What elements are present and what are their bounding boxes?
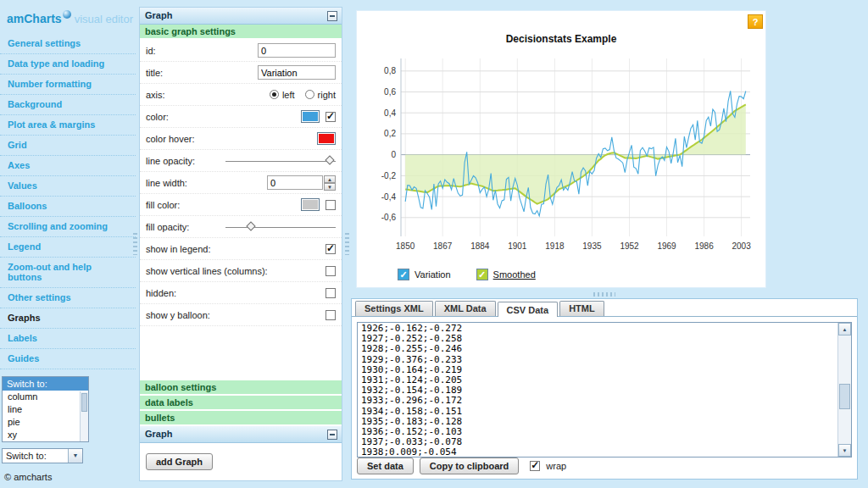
switch-to-selected-item[interactable]: Switch to: (3, 377, 88, 391)
sidebar-item-other-settings[interactable]: Other settings (0, 288, 136, 308)
slider-handle[interactable] (325, 155, 334, 164)
sidebar-item-labels[interactable]: Labels (0, 329, 136, 349)
field-row-id: id: (140, 40, 342, 62)
field-row-show-y-balloon: show y balloon: (140, 304, 342, 326)
field-row-fill-color: fill color: (140, 194, 342, 216)
svg-text:1952: 1952 (620, 241, 639, 251)
sidebar-item-zoom-out-and-help-buttons[interactable]: Zoom-out and help buttons (0, 258, 136, 288)
svg-text:1935: 1935 (582, 241, 602, 251)
line-opacity-label: line opacity: (146, 156, 195, 166)
id-input[interactable] (258, 43, 336, 58)
sidebar-item-number-formatting[interactable]: Number formatting (0, 75, 136, 95)
tab-html[interactable]: HTML (559, 301, 604, 316)
scroll-down-icon[interactable]: ▼ (838, 444, 851, 457)
axis-right-radio[interactable] (305, 90, 314, 99)
switch-option-xy[interactable]: xy (3, 429, 88, 441)
graph-panel-title: Graph (145, 10, 172, 20)
field-row-show-in-legend: show in legend: (140, 238, 342, 260)
scroll-up-icon[interactable]: ▲ (838, 323, 851, 336)
tab-settings-xml[interactable]: Settings XML (355, 301, 433, 316)
sidebar-item-scrolling-and-zooming[interactable]: Scrolling and zooming (0, 217, 136, 237)
sidebar-item-plot-area-margins[interactable]: Plot area & margins (0, 115, 136, 136)
csv-textarea[interactable]: 1926;-0.162;-0.2721927;-0.252;-0.2581928… (357, 322, 852, 458)
logo-brand: amCharts (7, 12, 62, 25)
color-swatch[interactable] (301, 110, 320, 123)
fill-color-checkbox[interactable] (326, 200, 336, 210)
show-y-balloon-checkbox[interactable] (326, 310, 336, 320)
section-basic-graph-settings[interactable]: basic graph settings (140, 25, 342, 40)
panel-footer: add Graph (140, 443, 342, 480)
color-checkbox[interactable] (326, 112, 336, 122)
legend-checkbox[interactable]: ✓ (398, 269, 409, 280)
horizontal-splitter[interactable] (593, 292, 615, 297)
section-balloon-settings[interactable]: balloon settings (140, 380, 342, 396)
add-graph-button[interactable]: add Graph (146, 453, 213, 470)
wrap-checkbox[interactable] (530, 461, 540, 471)
chart-panel: ? Decisionstats Example 1850186718841901… (356, 10, 766, 288)
tab-xml-data[interactable]: XML Data (435, 301, 496, 316)
line-width-input[interactable] (267, 175, 323, 190)
title-input[interactable] (258, 65, 336, 80)
csv-line: 1928;-0.255;-0.246 (361, 344, 833, 354)
switch-option-line[interactable]: line (3, 403, 88, 416)
help-button[interactable]: ? (748, 14, 763, 29)
spin-down-button[interactable]: ▼ (324, 183, 336, 191)
svg-text:1850: 1850 (396, 241, 415, 251)
legend-item-variation[interactable]: ✓Variation (398, 269, 451, 280)
sidebar-item-background[interactable]: Background (0, 95, 136, 115)
sidebar-item-guides[interactable]: Guides (0, 349, 136, 369)
sidebar-item-graphs[interactable]: Graphs (0, 308, 136, 329)
chevron-down-icon[interactable]: ▼ (68, 449, 82, 463)
axis-label: axis: (146, 90, 165, 100)
right-splitter[interactable] (345, 233, 349, 255)
sidebar-item-grid[interactable]: Grid (0, 136, 136, 156)
switch-option-pie[interactable]: pie (3, 416, 88, 429)
legend-item-smoothed[interactable]: ✓Smoothed (476, 269, 536, 280)
copy-to-clipboard-button[interactable]: Copy to clipboard (420, 458, 520, 474)
color-hover-swatch[interactable] (317, 132, 336, 145)
collapse-icon[interactable] (327, 11, 337, 21)
sidebar-item-values[interactable]: Values (0, 176, 136, 197)
axis-left-radio[interactable] (270, 90, 279, 99)
field-row-axis: axis: left right (140, 84, 342, 106)
svg-text:2003: 2003 (732, 241, 751, 251)
collapse-icon[interactable] (327, 430, 337, 440)
amcharts-logo: amCharts visual editor (0, 0, 136, 34)
scroll-thumb[interactable] (839, 384, 850, 409)
slider-handle[interactable] (247, 221, 256, 230)
sidebar-item-legend[interactable]: Legend (0, 237, 136, 258)
fill-color-swatch[interactable] (301, 198, 320, 211)
textarea-scrollbar[interactable]: ▲ ▼ (837, 323, 851, 457)
sidebar-item-balloons[interactable]: Balloons (0, 197, 136, 217)
axis-left-label: left (282, 90, 295, 100)
sidebar-item-general-settings[interactable]: General settings (0, 34, 136, 54)
switch-option-column[interactable]: column (3, 391, 88, 403)
panel-spacer (140, 326, 342, 380)
fill-opacity-slider[interactable] (225, 221, 336, 233)
show-in-legend-checkbox[interactable] (326, 244, 336, 254)
set-data-button[interactable]: Set data (357, 458, 414, 474)
left-splitter[interactable] (133, 233, 137, 255)
spin-up-button[interactable]: ▲ (324, 175, 336, 183)
switch-to-select[interactable]: Switch to: ▼ (2, 448, 83, 463)
legend-checkbox[interactable]: ✓ (476, 269, 488, 280)
field-row-fill-opacity: fill opacity: (140, 216, 342, 238)
section-bullets[interactable]: bullets (140, 411, 342, 426)
svg-text:0,2: 0,2 (384, 129, 396, 138)
svg-text:1918: 1918 (545, 241, 565, 251)
sidebar-item-data-type-and-loading[interactable]: Data type and loading (0, 54, 136, 75)
svg-text:1901: 1901 (508, 241, 527, 251)
line-opacity-slider[interactable] (225, 155, 336, 167)
list-scroll-thumb[interactable] (81, 393, 87, 412)
show-vertical-lines-checkbox[interactable] (326, 266, 336, 276)
svg-text:-0,4: -0,4 (381, 192, 397, 202)
csv-content[interactable]: 1926;-0.162;-0.2721927;-0.252;-0.2581928… (358, 323, 837, 457)
sidebar: amCharts visual editor General settingsD… (0, 0, 136, 488)
hidden-checkbox[interactable] (326, 288, 336, 298)
tab-csv-data[interactable]: CSV Data (498, 302, 559, 317)
title-label: title: (146, 68, 163, 78)
chart-title: Decisionstats Example (357, 33, 765, 45)
list-scrollbar[interactable] (80, 391, 88, 441)
section-data-labels[interactable]: data labels (140, 396, 342, 411)
sidebar-item-axes[interactable]: Axes (0, 156, 136, 176)
